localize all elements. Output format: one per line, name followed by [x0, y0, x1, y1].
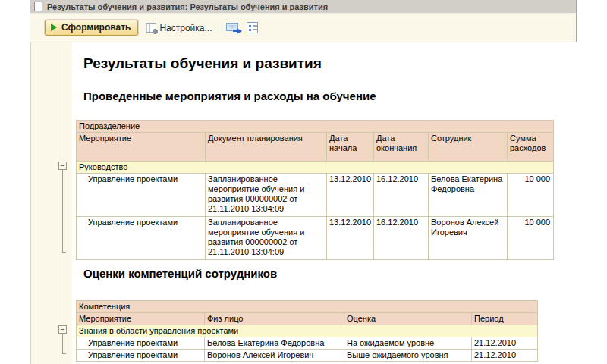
competency-section-heading: Оценки компетенций сотрудников [83, 267, 277, 280]
tree-line-tick [62, 353, 66, 354]
date-start-cell: 13.12.2010 [327, 174, 374, 217]
amount-cell: 10 000 [508, 217, 554, 260]
event-cell: Управление проектами [77, 350, 205, 362]
grouping-header-row: Компетенция [77, 301, 538, 313]
group-row: Знания в области управления проектами [77, 325, 538, 337]
event-cell: Управление проектами [77, 337, 205, 350]
table-row: Управление проектами Запланированное мер… [77, 174, 554, 217]
training-section-heading: Проведенные мероприятия и расходы на обу… [83, 89, 376, 102]
report-details-button[interactable] [247, 22, 258, 33]
grade-cell: Выше ожидаемого уровня [344, 350, 472, 362]
generate-button[interactable]: Сформировать [45, 20, 138, 36]
column-header: Дата начала [327, 133, 374, 162]
event-cell: Управление проектами [77, 217, 206, 260]
grouping-gutter [30, 42, 72, 364]
table-row: Управление проектами Запланированное мер… [77, 217, 554, 260]
person-cell: Белова Екатерина Федоровна [205, 337, 344, 350]
report-toolbar: Сформировать Настройка... [30, 14, 577, 42]
employee-cell: Воронов Алексей Игоревич [429, 217, 508, 260]
amount-cell: 10 000 [508, 174, 554, 217]
toolbar-separator [219, 21, 219, 34]
column-header: Сотрудник [429, 133, 508, 162]
period-cell: 21.12.2010 [472, 350, 538, 362]
column-header: Физ лицо [205, 313, 344, 325]
collapse-group-button-2[interactable]: − [58, 325, 67, 334]
report-title: Результаты обучения и развития [83, 55, 322, 72]
table-gear-icon [146, 23, 156, 33]
period-cell: 21.12.2010 [472, 337, 538, 350]
column-header: Мероприятие [77, 313, 205, 325]
date-start-cell: 13.12.2010 [327, 217, 374, 260]
tree-line [62, 334, 63, 354]
bullet-square [249, 25, 251, 27]
text-line [253, 29, 257, 30]
group-label-cell: Знания в области управления проектами [77, 325, 538, 337]
bullet-square [249, 29, 251, 31]
list-panel-icon [249, 25, 257, 27]
send-report-button[interactable] [226, 22, 241, 33]
column-header-row: Мероприятие Документ планирования Дата н… [77, 133, 554, 162]
document-icon [34, 2, 42, 11]
planning-document-cell: Запланированное мероприятие обучения и р… [206, 217, 327, 260]
gear-icon [153, 29, 158, 34]
group-label-cell: Руководство [77, 162, 554, 174]
column-header: Оценка [344, 313, 472, 325]
table-row: Управление проектами Белова Екатерина Фе… [77, 337, 538, 350]
training-table: Подразделение Мероприятие Документ плани… [76, 120, 554, 260]
list-panel-icon-row2 [249, 29, 257, 31]
tree-line [62, 170, 63, 253]
grouping-header-row: Подразделение [77, 121, 554, 133]
column-header: Документ планирования [206, 133, 327, 162]
table-row: Управление проектами Воронов Алексей Иго… [77, 350, 538, 362]
play-icon [51, 24, 57, 31]
column-header: Сумма расходов [508, 133, 554, 162]
competency-table: Компетенция Мероприятие Физ лицо Оценка … [76, 300, 538, 362]
group-row: Руководство [77, 162, 554, 174]
planning-document-cell: Запланированное мероприятие обучения и р… [206, 174, 327, 217]
employee-cell: Белова Екатерина Федоровна [429, 174, 508, 217]
arrow-right-icon [237, 28, 242, 34]
window-titlebar: Результаты обучения и развития: Результа… [30, 0, 577, 14]
column-header: Период [472, 313, 538, 325]
settings-button[interactable]: Настройка... [146, 23, 212, 33]
window-title: Результаты обучения и развития: Результа… [47, 2, 328, 11]
grade-cell: На ожидаемом уровне [344, 337, 472, 350]
column-header: Мероприятие [77, 133, 206, 162]
generate-button-label: Сформировать [61, 22, 131, 33]
date-end-cell: 16.12.2010 [374, 174, 429, 217]
person-cell: Воронов Алексей Игоревич [205, 350, 344, 362]
text-line [253, 25, 257, 27]
grouping-header-cell: Компетенция [77, 301, 538, 313]
column-header-row: Мероприятие Физ лицо Оценка Период [77, 313, 538, 325]
date-end-cell: 16.12.2010 [374, 217, 429, 260]
grouping-header-cell: Подразделение [77, 121, 554, 133]
envelope-flap [228, 25, 237, 29]
tree-line-tick [62, 252, 66, 253]
collapse-group-button-1[interactable]: − [58, 162, 67, 170]
settings-button-label: Настройка... [159, 23, 212, 33]
event-cell: Управление проектами [77, 174, 206, 217]
document-left-edge [55, 42, 55, 364]
report-document-area: − − Результаты обучения и развития Прове… [30, 42, 607, 364]
column-header: Дата окончания [374, 133, 429, 162]
